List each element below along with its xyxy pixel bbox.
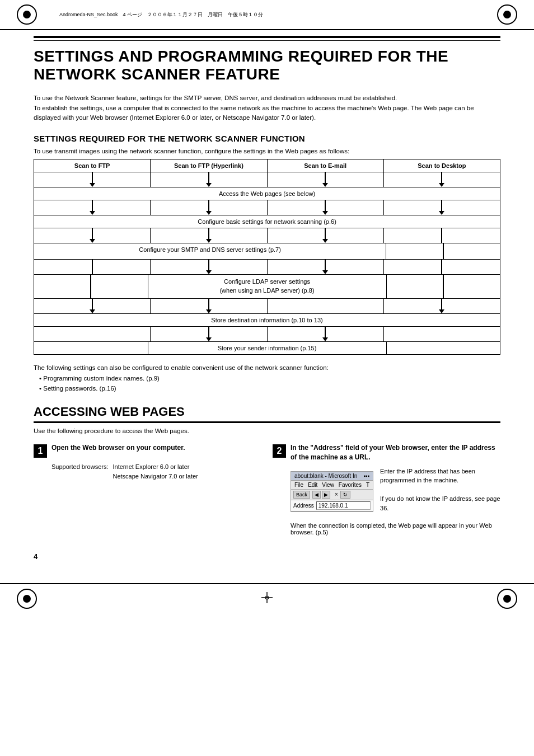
- below-diagram-intro: The following settings can also be confi…: [34, 363, 500, 373]
- browser-menu-bar: File Edit View Favorites T: [291, 481, 373, 490]
- arrow-cell-5-1: [34, 299, 151, 313]
- divider-thin: [34, 40, 500, 41]
- vline-4-1: [92, 260, 93, 274]
- arrow-cell-6-1: [34, 327, 151, 341]
- arrow-4-3: [322, 260, 328, 274]
- footer-center-cross: [261, 592, 273, 605]
- col-scan-desktop: Scan to Desktop: [384, 159, 500, 172]
- arrow-1: [90, 172, 95, 187]
- arrow-cell-4: [384, 172, 500, 187]
- refresh-button[interactable]: ↻: [340, 491, 350, 499]
- inner-circle: [23, 11, 31, 18]
- step1-browser-1: Internet Explorer 6.0 or later: [113, 462, 198, 472]
- arrow-cell-4-3: [268, 260, 384, 274]
- col-scan-email: Scan to E-mail: [268, 159, 384, 172]
- step1-browser-values: Internet Explorer 6.0 or later Netscape …: [113, 462, 198, 481]
- arrow-3: [322, 172, 328, 187]
- step1-browser-2: Netscape Navigator 7.0 or later: [113, 472, 198, 481]
- arrow-cell-4-2: [151, 260, 267, 274]
- col-scan-desktop-label: Scan to Desktop: [384, 159, 500, 172]
- arrow-row-5: [34, 299, 500, 313]
- arrow-5-1: [90, 299, 95, 313]
- content-area: SETTINGS AND PROGRAMMING REQUIRED FOR TH…: [0, 30, 534, 583]
- arrow-5-4: [439, 299, 444, 313]
- menu-more[interactable]: T: [366, 482, 369, 488]
- intro-text: To use the Network Scanner feature, sett…: [34, 93, 500, 123]
- step2-text2: If you do not know the IP address, see p…: [380, 494, 500, 513]
- menu-edit[interactable]: Edit: [308, 482, 317, 488]
- empty-left-box6: [34, 342, 148, 354]
- steps-container: 1 Open the Web browser on your computer.…: [34, 443, 500, 536]
- step1-browsers: Supported browsers: Internet Explorer 6.…: [51, 462, 261, 481]
- vline-box4-4: [443, 275, 444, 298]
- step1-browser-label: Supported browsers:: [51, 462, 109, 481]
- arrow-4-2: [206, 260, 212, 274]
- stop-button[interactable]: ◀: [312, 491, 321, 499]
- arrow-3-3: [322, 228, 328, 243]
- step2-body: about:blank - Microsoft In ▪▪▪ File Edit…: [291, 467, 500, 536]
- vline-4: [441, 228, 442, 243]
- flow-box-5: Store destination information (p.10 to 1…: [34, 313, 500, 327]
- vline-4-4: [441, 260, 442, 274]
- address-input[interactable]: 192.168.0.1: [316, 501, 371, 510]
- x-button[interactable]: ×: [335, 491, 338, 497]
- col-scan-ftp-hyperlink-label: Scan to FTP (Hyperlink): [151, 159, 266, 172]
- main-title: SETTINGS AND PROGRAMMING REQUIRED FOR TH…: [34, 48, 500, 83]
- page: Andromeda-NS_Sec.book 4 ページ ２００６年１１月２７日 …: [0, 0, 534, 756]
- step2-text1: Enter the IP address that has been progr…: [380, 467, 500, 485]
- arrow-2-2: [206, 200, 212, 215]
- menu-favorites[interactable]: Favorites: [339, 482, 362, 488]
- arrow-cell-5-2: [151, 299, 267, 313]
- vline-box3: [443, 243, 444, 259]
- corner-mark-bl: [17, 589, 37, 609]
- browser-title-bar: about:blank - Microsoft In ▪▪▪: [291, 472, 373, 481]
- browser-mockup: about:blank - Microsoft In ▪▪▪ File Edit…: [291, 471, 373, 512]
- col-scan-email-label: Scan to E-mail: [268, 159, 383, 172]
- arrow-row-3: [34, 228, 500, 243]
- flow-row-6: Store your sender information (p.15): [34, 341, 500, 354]
- arrow-cell-5-3: [268, 299, 384, 313]
- step2-header: 2 In the "Address" field of your Web bro…: [273, 443, 500, 462]
- corner-mark-tl: [17, 4, 37, 25]
- file-info: Andromeda-NS_Sec.book 4 ページ ２００６年１１月２７日 …: [59, 11, 263, 18]
- col-scan-ftp-label: Scan to FTP: [34, 159, 150, 172]
- header-strip: Andromeda-NS_Sec.book 4 ページ ２００６年１１月２７日 …: [0, 0, 534, 30]
- section1-intro: To use transmit images using the network…: [34, 148, 500, 154]
- below-diagram-list: Programming custom index names. (p.9) Se…: [34, 373, 500, 394]
- flow-row-3: Configure your SMTP and DNS server setti…: [34, 243, 500, 260]
- arrow-row-1: [34, 172, 500, 187]
- flow-box-6: Store your sender information (p.15): [148, 342, 387, 354]
- arrow-6-2: [206, 327, 212, 341]
- refresh-area: ◀ ▶: [312, 491, 330, 499]
- arrow-2-3: [322, 200, 328, 215]
- footer: [0, 583, 534, 613]
- arrow-4: [439, 172, 444, 187]
- menu-view[interactable]: View: [322, 482, 334, 488]
- arrow-cell-2-3: [268, 200, 384, 215]
- arrow-3-2: [206, 228, 212, 243]
- menu-file[interactable]: File: [294, 482, 303, 488]
- step1-number: 1: [34, 444, 47, 458]
- address-label: Address: [293, 503, 314, 509]
- arrow-cell-2: [151, 172, 267, 187]
- browser-address-bar: Address 192.168.0.1: [291, 500, 373, 511]
- flow-row-4: Configure LDAP server settings (when usi…: [34, 274, 500, 299]
- browser-toolbar: Back ◀ ▶ × ↻: [291, 490, 373, 500]
- arrow-cell-3-4: [384, 228, 500, 243]
- forward-button[interactable]: ▶: [322, 491, 330, 499]
- arrow-cell-4-4: [384, 260, 500, 274]
- step2-inner: about:blank - Microsoft In ▪▪▪ File Edit…: [291, 467, 500, 516]
- arrow-row-4: [34, 260, 500, 274]
- step1: 1 Open the Web browser on your computer.…: [34, 443, 261, 536]
- inner-circle-bl: [23, 595, 31, 603]
- section1-title: SETTINGS REQUIRED FOR THE NETWORK SCANNE…: [34, 134, 500, 143]
- arrow-cell-4-1: [34, 260, 151, 274]
- empty-right-box6: [387, 342, 500, 354]
- below-diagram-item-1: Programming custom index names. (p.9): [39, 373, 500, 383]
- arrow-row-2: [34, 200, 500, 215]
- arrow-3-1: [90, 228, 95, 243]
- back-button[interactable]: Back: [293, 491, 310, 499]
- browser-title: about:blank - Microsoft In: [294, 473, 357, 479]
- arrow-cell-5-4: [384, 299, 500, 313]
- arrow-5-2: [206, 299, 212, 313]
